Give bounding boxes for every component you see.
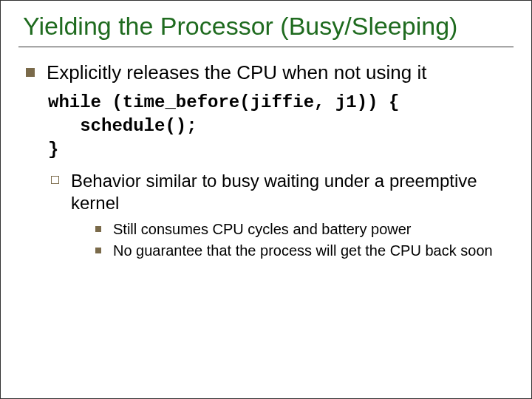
bullet-level-2: Behavior similar to busy waiting under a… <box>51 170 514 214</box>
small-square-bullet-icon <box>95 226 101 232</box>
lvl1-text: Explicitly releases the CPU when not usi… <box>47 61 426 85</box>
hollow-square-bullet-icon <box>51 176 59 184</box>
lvl2-text: Behavior similar to busy waiting under a… <box>71 170 514 214</box>
lvl3-text: Still consumes CPU cycles and battery po… <box>113 220 412 239</box>
bullet-level-3: No guarantee that the process will get t… <box>95 242 514 260</box>
bullet-level-3: Still consumes CPU cycles and battery po… <box>95 220 514 239</box>
slide: Yielding the Processor (Busy/Sleeping) E… <box>0 0 532 399</box>
title-block: Yielding the Processor (Busy/Sleeping) <box>18 11 514 47</box>
slide-title: Yielding the Processor (Busy/Sleeping) <box>23 11 514 41</box>
code-block: while (time_before(jiffie, j1)) { schedu… <box>48 91 514 163</box>
bullet-level-1: Explicitly releases the CPU when not usi… <box>26 61 514 85</box>
square-bullet-icon <box>26 68 35 77</box>
small-square-bullet-icon <box>95 248 101 253</box>
lvl3-text: No guarantee that the process will get t… <box>113 242 493 260</box>
